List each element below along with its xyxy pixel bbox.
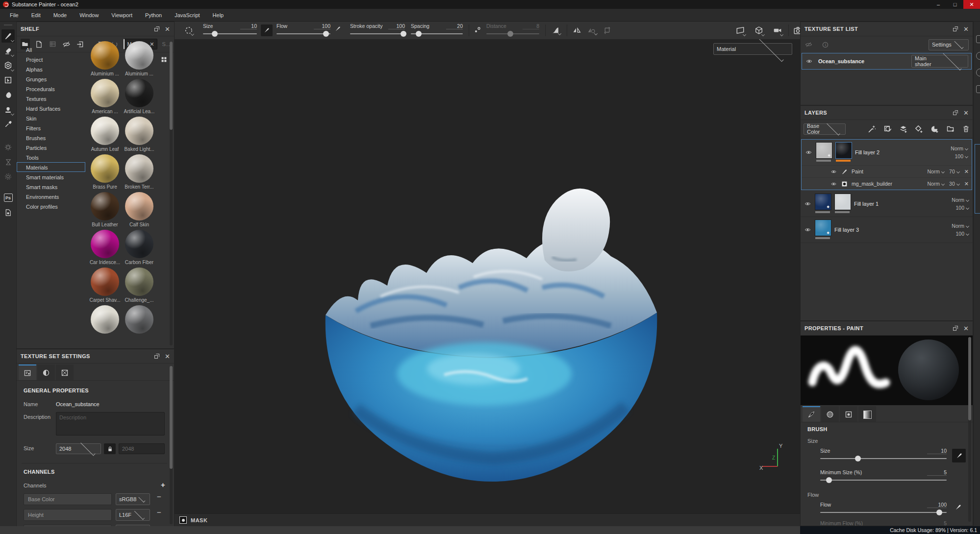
channel-filter-dropdown[interactable]: Base Color <box>804 123 846 135</box>
effect-name[interactable]: mg_mask_builder <box>852 181 892 187</box>
add-effect-icon[interactable] <box>868 125 876 133</box>
add-smart-mask-icon[interactable] <box>930 125 939 133</box>
material-item[interactable]: American ... <box>89 79 121 114</box>
channel-name-base-color[interactable]: Base Color <box>24 493 112 505</box>
solo-set-icon[interactable]: 1 <box>822 41 829 49</box>
shelf-category-filters[interactable]: Filters <box>17 123 85 133</box>
remove-channel-button[interactable]: − <box>157 508 161 516</box>
shelf-category-all[interactable]: All <box>17 45 85 54</box>
float-panel-icon[interactable] <box>953 26 958 32</box>
shelf-category-grunges[interactable]: Grunges <box>17 74 85 84</box>
shelf-category-textures[interactable]: Textures <box>17 94 85 103</box>
close-panel-icon[interactable]: ✕ <box>165 353 170 360</box>
lock-aspect-icon[interactable] <box>104 443 116 454</box>
eye-icon[interactable] <box>805 58 813 64</box>
add-folder-icon[interactable] <box>946 125 955 133</box>
eye-icon[interactable] <box>804 149 813 155</box>
material-item[interactable]: Aluminium ... <box>124 41 155 76</box>
opacity-dropdown[interactable]: 100 <box>955 231 970 237</box>
shader-dropdown[interactable]: Main shader <box>911 55 968 68</box>
eye-icon[interactable] <box>830 181 837 187</box>
settings-scrollbar[interactable] <box>170 366 173 524</box>
float-panel-icon[interactable] <box>154 353 160 359</box>
shelf-category-brushes[interactable]: Brushes <box>17 133 85 143</box>
opacity-dropdown[interactable]: 70 <box>949 169 960 174</box>
layer-effect-row-paint[interactable]: Paint Norm 70 ✕ <box>802 166 972 178</box>
material-picker-tool-button[interactable] <box>1 118 15 131</box>
layer-mask-thumbnail[interactable] <box>834 194 851 210</box>
clone-tool-button[interactable] <box>1 103 15 116</box>
layer-content-thumbnail[interactable] <box>816 142 832 159</box>
shelf-category-skin[interactable]: Skin <box>17 113 85 123</box>
material-item[interactable]: Artificial Lea... <box>124 79 155 114</box>
float-panel-icon[interactable] <box>953 325 958 331</box>
layer-content-thumbnail[interactable] <box>815 219 831 236</box>
effect-name[interactable]: Paint <box>852 169 863 174</box>
camera-icon[interactable] <box>773 26 782 35</box>
polygon-fill-tool-button[interactable] <box>1 73 15 87</box>
geometry-cube-icon[interactable] <box>754 26 763 35</box>
viewport-3d[interactable]: Material <box>175 39 800 513</box>
layer-name[interactable]: Fill layer 1 <box>854 201 879 207</box>
brush-preview-icon[interactable] <box>184 26 193 35</box>
material-item[interactable]: Broken Terr... <box>124 154 155 190</box>
layer-effect-row-mask-builder[interactable]: mg_mask_builder Norm 30 ✕ <box>802 178 972 190</box>
add-fill-layer-icon[interactable] <box>915 125 923 133</box>
size-pressure-toggle[interactable] <box>261 24 273 36</box>
size-pressure-toggle[interactable] <box>952 449 966 462</box>
hide-all-sets-icon[interactable] <box>804 41 813 48</box>
close-panel-icon[interactable]: ✕ <box>165 25 170 33</box>
material-item[interactable]: Calf Skin <box>124 192 155 227</box>
shelf-category-materials[interactable]: Materials <box>17 162 85 172</box>
menu-javascript[interactable]: JavaScript <box>169 9 205 22</box>
tab-shader-settings[interactable] <box>37 364 55 380</box>
shelf-category-hard-surfaces[interactable]: Hard Surfaces <box>17 103 85 113</box>
shelf-category-alphas[interactable]: Alphas <box>17 64 85 74</box>
shelf-category-color-profiles[interactable]: Color profiles <box>17 201 85 211</box>
opacity-dropdown[interactable]: 100 <box>955 153 969 159</box>
tab-texture-set-settings[interactable] <box>19 364 36 380</box>
brush-flow-value[interactable]: 100 <box>927 502 947 508</box>
tab-gradient[interactable] <box>858 406 876 422</box>
min-size-slider[interactable]: Minimum Size (%)5 <box>820 469 947 481</box>
spacing-value[interactable]: 20 <box>446 23 463 29</box>
brush-flow-slider[interactable]: Flow100 <box>820 502 947 513</box>
menu-window[interactable]: Window <box>74 9 104 22</box>
tab-stencil[interactable] <box>840 406 857 422</box>
tab-brush[interactable] <box>803 406 820 422</box>
shelf-category-tools[interactable]: Tools <box>17 152 85 162</box>
blend-mode-dropdown[interactable]: Norm <box>952 223 970 229</box>
opacity-dropdown[interactable]: 100 <box>955 205 970 211</box>
shelf-scrollbar[interactable] <box>170 42 173 345</box>
close-panel-icon[interactable]: ✕ <box>963 25 969 33</box>
stroke-opacity-value[interactable]: 100 <box>388 23 405 29</box>
brush-size-slider[interactable]: Size10 <box>820 448 947 459</box>
export-document-icon[interactable] <box>1 206 15 219</box>
material-item[interactable]: Bull Leather <box>89 192 121 227</box>
material-item[interactable]: Aluminium ... <box>89 41 121 76</box>
shelf-category-procedurals[interactable]: Procedurals <box>17 84 85 94</box>
menu-file[interactable]: File <box>4 9 25 22</box>
falloff-curve-icon[interactable] <box>551 26 559 34</box>
photoshop-export-icon[interactable]: Ps <box>1 191 15 204</box>
menu-python[interactable]: Python <box>139 9 168 22</box>
blend-mode-dropdown[interactable]: Norm <box>952 197 970 203</box>
shading-mode-dropdown[interactable]: Material <box>713 43 792 55</box>
tab-mesh-maps[interactable] <box>56 364 74 380</box>
shelf-category-particles[interactable]: Particles <box>17 143 85 152</box>
shelf-category-smart-masks[interactable]: Smart masks <box>17 182 85 192</box>
shelf-category-environments[interactable]: Environments <box>17 192 85 201</box>
size-dropdown[interactable]: 2048 <box>56 443 101 454</box>
eye-icon[interactable] <box>804 227 812 233</box>
name-value[interactable]: Ocean_substance <box>56 401 100 407</box>
material-item[interactable]: Brass Pure <box>89 154 121 190</box>
material-item[interactable]: Challenge_... <box>124 267 155 303</box>
blend-mode-dropdown[interactable]: Norm <box>927 169 945 174</box>
opacity-dropdown[interactable]: 30 <box>949 181 960 187</box>
flow-slider[interactable]: Flow100 <box>276 23 330 38</box>
float-panel-icon[interactable] <box>953 110 958 116</box>
flow-pressure-toggle[interactable] <box>334 25 341 32</box>
properties-scrollbar[interactable] <box>968 337 971 522</box>
blend-mode-dropdown[interactable]: Norm <box>951 146 969 151</box>
eye-icon[interactable] <box>830 169 837 174</box>
